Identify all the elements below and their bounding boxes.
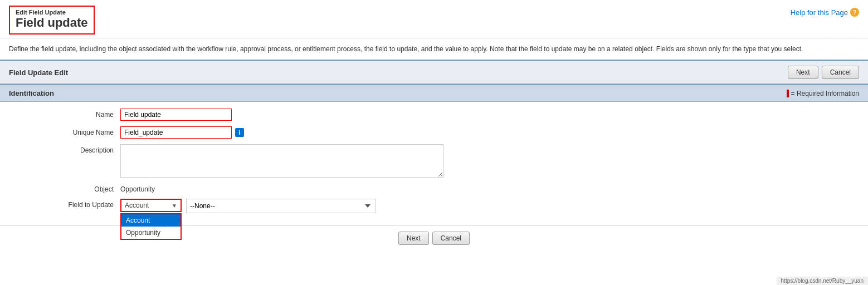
description-row: Description <box>0 144 868 178</box>
field-to-update-row: Field to Update Account ▼ Account Opport… <box>0 199 868 213</box>
field-dropdown-trigger[interactable]: Account ▼ <box>120 199 182 212</box>
page-title-box: Edit Field Update Field update <box>9 6 95 35</box>
second-dropdown[interactable]: --None-- <box>186 199 376 213</box>
description-text: Define the field update, including the o… <box>0 38 868 61</box>
name-row: Name <box>0 109 868 121</box>
top-next-button[interactable]: Next <box>788 66 818 79</box>
dropdown-item-account[interactable]: Account <box>121 214 181 227</box>
required-text: = Required Information <box>791 90 859 97</box>
bottom-cancel-button[interactable]: Cancel <box>432 232 470 245</box>
field-selects: Account ▼ Account Opportunity --None-- <box>120 199 376 213</box>
edit-label: Edit Field Update <box>16 9 88 16</box>
section-header: Field Update Edit Next Cancel <box>0 61 868 84</box>
required-bar-icon <box>787 90 789 97</box>
dropdown-arrow-icon: ▼ <box>172 203 177 209</box>
name-input[interactable] <box>120 109 232 121</box>
identification-header: Identification = Required Information <box>0 84 868 102</box>
field-to-update-label: Field to Update <box>9 199 120 209</box>
help-icon: ? <box>850 8 859 17</box>
name-label: Name <box>9 109 120 119</box>
section-buttons: Next Cancel <box>788 66 859 79</box>
object-label: Object <box>9 183 120 193</box>
top-cancel-button[interactable]: Cancel <box>822 66 859 79</box>
top-bar: Edit Field Update Field update Help for … <box>0 0 868 38</box>
identification-title: Identification <box>9 89 54 97</box>
field-dropdown-selected: Account <box>125 202 149 209</box>
bottom-next-button[interactable]: Next <box>398 232 429 245</box>
object-value: Opportunity <box>120 183 155 193</box>
field-dropdown-menu: Account Opportunity <box>120 213 182 240</box>
description-label: Description <box>9 144 120 154</box>
help-link[interactable]: Help for this Page ? <box>791 8 859 17</box>
object-row: Object Opportunity <box>0 183 868 193</box>
section-header-title: Field Update Edit <box>9 68 68 77</box>
help-link-text: Help for this Page <box>791 8 848 17</box>
info-icon[interactable]: i <box>235 128 244 137</box>
field-select-wrapper: Account ▼ Account Opportunity <box>120 199 182 212</box>
description-input[interactable] <box>120 144 443 178</box>
main-title: Field update <box>16 16 88 30</box>
unique-name-input[interactable] <box>120 126 232 139</box>
section-container: Field Update Edit Next Cancel Identifica… <box>0 61 868 257</box>
form-area: Name Unique Name i Description Object Op… <box>0 102 868 225</box>
unique-name-row: Unique Name i <box>0 126 868 139</box>
dropdown-item-opportunity[interactable]: Opportunity <box>121 227 181 239</box>
required-note: = Required Information <box>787 90 859 97</box>
unique-name-label: Unique Name <box>9 126 120 136</box>
unique-name-wrapper: i <box>120 126 244 139</box>
